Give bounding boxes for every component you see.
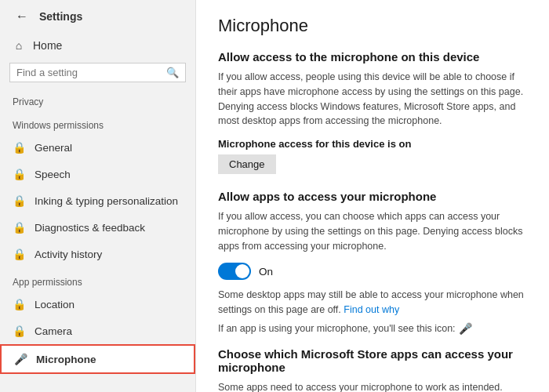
sidebar-item-activity-label: Activity history	[35, 249, 102, 260]
find-out-why-link[interactable]: Find out why	[344, 304, 399, 315]
page-title: Microphone	[218, 16, 527, 36]
search-icon: 🔍	[166, 67, 179, 78]
home-label: Home	[33, 39, 62, 52]
sidebar-item-home[interactable]: ⌂ Home	[0, 33, 195, 58]
app-permissions-label: App permissions	[0, 267, 195, 291]
microphone-status: Microphone access for this device is on	[218, 138, 527, 150]
main-content: Microphone Allow access to the microphon…	[196, 0, 549, 392]
back-button[interactable]: ←	[13, 8, 31, 25]
lock-icon-diagnostics: 🔒	[13, 221, 25, 234]
toggle-label: On	[259, 266, 273, 278]
section1-desc: If you allow access, people using this d…	[218, 70, 527, 129]
note1-text: Some desktop apps may still be able to a…	[218, 288, 527, 318]
sidebar-item-inking[interactable]: 🔒 Inking & typing personalization	[0, 187, 195, 214]
sidebar: ← Settings ⌂ Home 🔍 Privacy Windows perm…	[0, 0, 196, 392]
sidebar-title: Settings	[39, 10, 82, 23]
sidebar-item-activity[interactable]: 🔒 Activity history	[0, 241, 195, 267]
sidebar-item-microphone[interactable]: 🎤 Microphone	[0, 344, 195, 374]
windows-permissions-label: Windows permissions	[0, 111, 195, 134]
sidebar-item-microphone-label: Microphone	[36, 354, 96, 365]
sidebar-item-inking-label: Inking & typing personalization	[35, 195, 178, 207]
toggle-row: On	[218, 263, 527, 280]
search-box[interactable]: 🔍	[9, 63, 186, 82]
section2-desc: If you allow access, you can choose whic…	[218, 209, 527, 253]
change-button[interactable]: Change	[218, 154, 276, 174]
search-input[interactable]	[16, 67, 162, 78]
sidebar-item-general-label: General	[35, 142, 72, 154]
lock-icon-general: 🔒	[13, 141, 25, 154]
section1-heading: Allow access to the microphone on this d…	[218, 50, 527, 64]
section3-heading: Choose which Microsoft Store apps can ac…	[218, 347, 527, 374]
lock-icon-activity: 🔒	[13, 248, 25, 260]
sidebar-item-speech-label: Speech	[35, 169, 71, 180]
lock-icon-camera: 🔒	[13, 325, 25, 337]
sidebar-item-camera-label: Camera	[35, 325, 72, 337]
lock-icon-speech: 🔒	[13, 168, 25, 180]
sidebar-item-diagnostics-label: Diagnostics & feedback	[35, 222, 145, 234]
home-icon: ⌂	[13, 39, 25, 52]
sidebar-item-camera[interactable]: 🔒 Camera	[0, 318, 195, 344]
sidebar-item-location[interactable]: 🔒 Location	[0, 291, 195, 318]
sidebar-item-general[interactable]: 🔒 General	[0, 134, 195, 161]
sidebar-item-diagnostics[interactable]: 🔒 Diagnostics & feedback	[0, 214, 195, 241]
sidebar-item-speech[interactable]: 🔒 Speech	[0, 161, 195, 187]
privacy-label: Privacy	[0, 87, 195, 111]
microphone-icon-inline: 🎤	[459, 322, 472, 335]
mic-icon-sidebar: 🎤	[14, 353, 27, 365]
icon-note: If an app is using your microphone, you'…	[218, 322, 527, 335]
lock-icon-inking: 🔒	[13, 194, 25, 207]
lock-icon-location: 🔒	[13, 298, 25, 310]
sidebar-header: ← Settings	[0, 0, 195, 33]
toggle-knob	[235, 264, 249, 278]
microphone-toggle[interactable]	[218, 263, 251, 280]
section2-heading: Allow apps to access your microphone	[218, 190, 527, 203]
section3-desc: Some apps need to access your microphone…	[218, 380, 527, 392]
sidebar-item-location-label: Location	[35, 299, 75, 310]
